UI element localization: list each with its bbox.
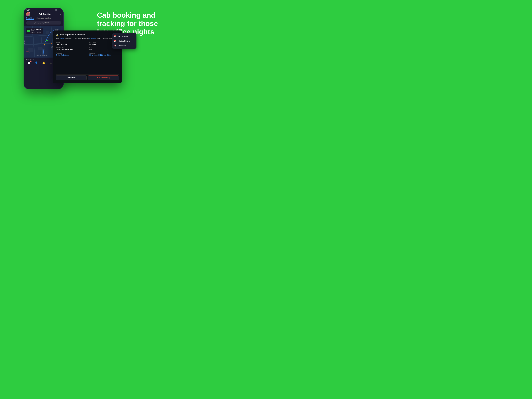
- phone-notch: [36, 8, 51, 12]
- search-icon-small: ⌕: [27, 22, 28, 24]
- field-number: Number TN 01 AB 3924: [56, 42, 86, 45]
- svg-text:GRAND SOUTHERN TRUNK ROAD: GRAND SOUTHERN TRUNK ROAD: [36, 55, 47, 56]
- search-icon[interactable]: ⌕: [60, 13, 61, 15]
- context-menu: 📅 Add to Calendar 📆 Schedule Meeting ⏰ S…: [112, 33, 136, 49]
- avatar[interactable]: 11: [26, 12, 30, 16]
- cab-number: TN 37 DJ 0297: [31, 28, 42, 30]
- nav-contacts[interactable]: 👤: [35, 61, 38, 64]
- svg-rect-14: [46, 40, 48, 41]
- menu-schedule-label: Schedule Meeting: [117, 40, 130, 42]
- phone-search-area: ⌕ Vandalur, Chengalpattu, 603202: [24, 21, 63, 26]
- field-datetime-value: 10 PM, 3rd March 2025: [56, 49, 86, 51]
- field-number-value: TN 01 AB 3924: [56, 43, 86, 45]
- phone-tabs: Team View Share your location: [24, 17, 63, 21]
- battery-icon: ▬: [60, 9, 61, 11]
- field-pickup: Pickup point Zylker Main Gate: [56, 52, 86, 56]
- field-otp-value: 3920: [89, 49, 119, 51]
- msg-mid: , your night cab has been booked for: [64, 38, 89, 39]
- svg-text:STERLING: STERLING: [55, 29, 59, 30]
- avatar-badge: 11: [28, 12, 30, 13]
- menu-add-calendar[interactable]: 📅 Add to Calendar: [112, 34, 136, 39]
- tablet-mockup: 🚕 Your night cab is booked! Hello @Ajay,…: [53, 31, 122, 83]
- booking-message: Hello @Ajay, your night cab has been boo…: [56, 37, 119, 40]
- menu-reminder-label: Set reminder: [117, 45, 126, 46]
- menu-set-reminder[interactable]: ⏰ Set reminder: [112, 43, 136, 48]
- cab-card: 🚗 TN 37 DJ 0297 CAR Updated 2 mins ago: [26, 28, 43, 34]
- booking-title: Your night cab is booked!: [60, 33, 85, 36]
- menu-add-calendar-label: Add to Calendar: [117, 36, 129, 37]
- signal-icon: ▐▌▌: [55, 9, 58, 11]
- search-input[interactable]: ⌕ Vandalur, Chengalpattu, 603202: [26, 21, 61, 25]
- nav-alerts[interactable]: 🔔: [42, 61, 45, 64]
- status-icons: ▐▌▌ ⌾ ▬: [55, 9, 61, 11]
- home-indicator: [38, 66, 50, 66]
- msg-prefix: Hello: [56, 38, 60, 39]
- app-title: Cab Tracking: [39, 13, 51, 15]
- avatar-online-dot: [29, 15, 30, 16]
- svg-rect-10: [28, 48, 33, 52]
- cab-updated: Updated 2 mins ago: [31, 32, 42, 33]
- field-datetime-label: Date and time: [56, 47, 86, 49]
- hero-line2: tracking for those: [97, 19, 169, 28]
- svg-text:Guduvancherry: Guduvancherry: [26, 52, 30, 52]
- phone-header: 11 Cab Tracking ⌕: [24, 11, 63, 17]
- field-drop-value: 5th Avenue, EH Street, 2292: [89, 54, 119, 56]
- field-drop: Drop point 5th Avenue, EH Street, 2292: [89, 52, 119, 56]
- svg-rect-8: [46, 32, 49, 34]
- svg-text:KGS: KGS: [60, 30, 62, 31]
- schedule-icon: 📆: [114, 40, 116, 42]
- reminder-icon: ⏰: [114, 44, 116, 47]
- edit-details-button[interactable]: Edit details: [56, 75, 87, 80]
- field-number-label: Number: [56, 42, 86, 43]
- alerts-icon: 🔔: [42, 61, 45, 64]
- nav-messages[interactable]: 💬 97: [27, 61, 31, 64]
- svg-point-13: [44, 44, 45, 45]
- taxi-icon: 🚕: [56, 33, 58, 36]
- hero-line1: Cab booking and: [97, 11, 169, 19]
- messages-icon: 💬: [27, 61, 31, 64]
- booking-header: 🚕 Your night cab is booked!: [56, 33, 119, 36]
- menu-schedule-meeting[interactable]: 📆 Schedule Meeting: [112, 39, 136, 43]
- status-time: 5:27: [26, 9, 30, 11]
- field-drop-label: Drop point: [89, 52, 119, 54]
- field-pickup-value: Zylker Main Gate: [56, 54, 86, 56]
- svg-point-15: [51, 43, 52, 44]
- svg-text:Super Stores: Super Stores: [44, 49, 48, 50]
- cancel-booking-button[interactable]: Cancel booking: [88, 75, 119, 80]
- cab-icon: 🚗: [27, 30, 30, 32]
- messages-badge: 97: [30, 61, 32, 62]
- field-datetime: Date and time 10 PM, 3rd March 2025: [56, 47, 86, 51]
- nav-calls[interactable]: 📞: [50, 61, 52, 64]
- contacts-icon: 👤: [35, 61, 38, 64]
- booking-actions: Edit details Cancel booking: [56, 74, 119, 80]
- svg-text:Mithran: Mithran: [44, 48, 46, 49]
- calendar-icon: 📅: [114, 35, 116, 38]
- search-value: Vandalur, Chengalpattu, 603202: [29, 22, 49, 24]
- cab-info: TN 37 DJ 0297 CAR Updated 2 mins ago: [31, 28, 42, 33]
- tab-share-location[interactable]: Share your location: [36, 17, 51, 20]
- msg-highlight: 10 tonight: [89, 38, 96, 39]
- tab-team-view[interactable]: Team View: [26, 17, 34, 20]
- booking-details: Number TN 01 AB 3924 Driver name Isabell…: [56, 42, 119, 56]
- cab-type: CAR: [31, 30, 42, 32]
- calls-icon: 📞: [50, 61, 52, 64]
- svg-rect-11: [38, 47, 42, 50]
- msg-mention: @Ajay: [60, 38, 64, 39]
- wifi-icon: ⌾: [58, 9, 59, 11]
- field-pickup-label: Pickup point: [56, 52, 86, 54]
